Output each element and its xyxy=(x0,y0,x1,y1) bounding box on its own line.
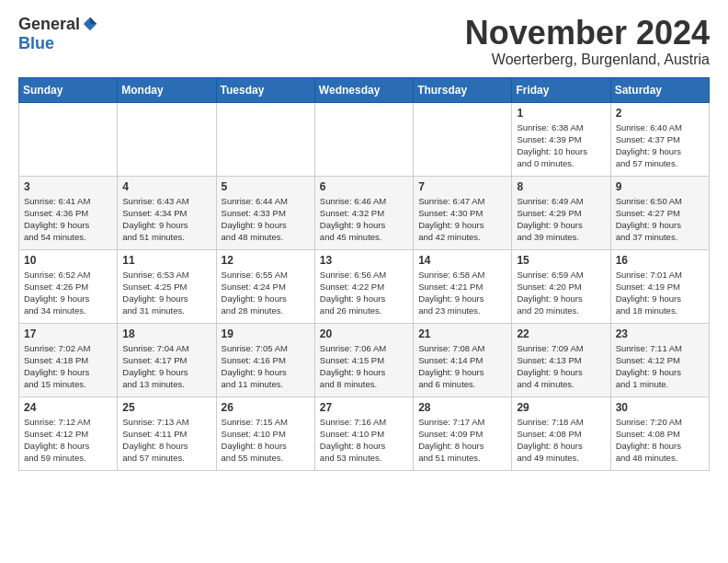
header: General Blue November 2024 Woerterberg, … xyxy=(18,15,710,68)
col-thursday: Thursday xyxy=(414,77,512,102)
day-cell: 22Sunrise: 7:09 AM Sunset: 4:13 PM Dayli… xyxy=(512,323,610,396)
day-info: Sunrise: 7:11 AM Sunset: 4:12 PM Dayligh… xyxy=(616,342,704,391)
day-info: Sunrise: 6:52 AM Sunset: 4:26 PM Dayligh… xyxy=(24,269,112,317)
day-cell: 9Sunrise: 6:50 AM Sunset: 4:27 PM Daylig… xyxy=(610,176,709,249)
week-row-3: 10Sunrise: 6:52 AM Sunset: 4:26 PM Dayli… xyxy=(19,249,710,323)
day-info: Sunrise: 6:46 AM Sunset: 4:32 PM Dayligh… xyxy=(320,195,408,244)
day-cell: 19Sunrise: 7:05 AM Sunset: 4:16 PM Dayli… xyxy=(216,323,314,396)
day-info: Sunrise: 6:43 AM Sunset: 4:34 PM Dayligh… xyxy=(122,195,210,244)
day-number: 26 xyxy=(222,401,310,414)
header-row: Sunday Monday Tuesday Wednesday Thursday… xyxy=(19,77,710,102)
day-info: Sunrise: 6:47 AM Sunset: 4:30 PM Dayligh… xyxy=(418,195,506,244)
day-info: Sunrise: 6:55 AM Sunset: 4:24 PM Dayligh… xyxy=(222,269,310,317)
col-friday: Friday xyxy=(512,77,610,102)
week-row-5: 24Sunrise: 7:12 AM Sunset: 4:12 PM Dayli… xyxy=(19,396,710,470)
day-cell: 23Sunrise: 7:11 AM Sunset: 4:12 PM Dayli… xyxy=(610,323,709,396)
day-number: 10 xyxy=(24,254,112,267)
col-monday: Monday xyxy=(118,77,216,102)
day-cell xyxy=(414,102,512,176)
day-number: 13 xyxy=(320,254,408,267)
day-number: 21 xyxy=(418,327,506,340)
day-cell: 14Sunrise: 6:58 AM Sunset: 4:21 PM Dayli… xyxy=(414,249,512,323)
day-cell xyxy=(118,102,216,176)
col-saturday: Saturday xyxy=(610,77,709,102)
day-number: 19 xyxy=(222,327,310,340)
day-cell: 5Sunrise: 6:44 AM Sunset: 4:33 PM Daylig… xyxy=(216,176,314,249)
day-info: Sunrise: 6:59 AM Sunset: 4:20 PM Dayligh… xyxy=(517,269,605,317)
title-section: November 2024 Woerterberg, Burgenland, A… xyxy=(465,15,710,68)
logo-general-text: General xyxy=(18,15,80,34)
day-number: 27 xyxy=(320,401,408,414)
day-info: Sunrise: 7:20 AM Sunset: 4:08 PM Dayligh… xyxy=(616,416,704,465)
day-number: 24 xyxy=(24,401,112,414)
col-wednesday: Wednesday xyxy=(314,77,413,102)
day-cell xyxy=(216,102,314,176)
day-info: Sunrise: 7:01 AM Sunset: 4:19 PM Dayligh… xyxy=(616,269,704,317)
day-number: 11 xyxy=(122,254,210,267)
day-cell: 20Sunrise: 7:06 AM Sunset: 4:15 PM Dayli… xyxy=(314,323,413,396)
day-number: 18 xyxy=(122,327,210,340)
day-cell: 28Sunrise: 7:17 AM Sunset: 4:09 PM Dayli… xyxy=(414,396,512,470)
day-number: 30 xyxy=(616,401,704,414)
day-info: Sunrise: 6:49 AM Sunset: 4:29 PM Dayligh… xyxy=(517,195,605,244)
logo-icon xyxy=(82,16,98,32)
day-cell: 25Sunrise: 7:13 AM Sunset: 4:11 PM Dayli… xyxy=(118,396,216,470)
calendar: Sunday Monday Tuesday Wednesday Thursday… xyxy=(18,77,710,471)
day-info: Sunrise: 7:13 AM Sunset: 4:11 PM Dayligh… xyxy=(122,416,210,465)
week-row-2: 3Sunrise: 6:41 AM Sunset: 4:36 PM Daylig… xyxy=(19,176,710,249)
day-info: Sunrise: 7:06 AM Sunset: 4:15 PM Dayligh… xyxy=(320,342,408,391)
day-number: 6 xyxy=(320,180,408,193)
day-info: Sunrise: 6:38 AM Sunset: 4:39 PM Dayligh… xyxy=(517,121,605,170)
day-cell: 7Sunrise: 6:47 AM Sunset: 4:30 PM Daylig… xyxy=(414,176,512,249)
day-number: 2 xyxy=(616,107,704,120)
day-number: 5 xyxy=(222,180,310,193)
day-info: Sunrise: 7:04 AM Sunset: 4:17 PM Dayligh… xyxy=(122,342,210,391)
day-cell xyxy=(19,102,118,176)
day-info: Sunrise: 7:17 AM Sunset: 4:09 PM Dayligh… xyxy=(418,416,506,465)
day-cell: 27Sunrise: 7:16 AM Sunset: 4:10 PM Dayli… xyxy=(314,396,413,470)
week-row-4: 17Sunrise: 7:02 AM Sunset: 4:18 PM Dayli… xyxy=(19,323,710,396)
day-info: Sunrise: 7:15 AM Sunset: 4:10 PM Dayligh… xyxy=(222,416,310,465)
day-number: 29 xyxy=(517,401,605,414)
month-title: November 2024 xyxy=(465,15,710,52)
day-cell: 24Sunrise: 7:12 AM Sunset: 4:12 PM Dayli… xyxy=(19,396,118,470)
day-number: 3 xyxy=(24,180,112,193)
location-title: Woerterberg, Burgenland, Austria xyxy=(465,52,710,68)
day-number: 8 xyxy=(517,180,605,193)
day-info: Sunrise: 6:41 AM Sunset: 4:36 PM Dayligh… xyxy=(24,195,112,244)
day-cell: 17Sunrise: 7:02 AM Sunset: 4:18 PM Dayli… xyxy=(19,323,118,396)
svg-marker-1 xyxy=(90,17,97,24)
day-cell: 2Sunrise: 6:40 AM Sunset: 4:37 PM Daylig… xyxy=(610,102,709,176)
day-cell: 29Sunrise: 7:18 AM Sunset: 4:08 PM Dayli… xyxy=(512,396,610,470)
day-cell: 12Sunrise: 6:55 AM Sunset: 4:24 PM Dayli… xyxy=(216,249,314,323)
col-tuesday: Tuesday xyxy=(216,77,314,102)
day-cell: 13Sunrise: 6:56 AM Sunset: 4:22 PM Dayli… xyxy=(314,249,413,323)
day-cell xyxy=(314,102,413,176)
day-number: 4 xyxy=(122,180,210,193)
day-number: 20 xyxy=(320,327,408,340)
day-cell: 1Sunrise: 6:38 AM Sunset: 4:39 PM Daylig… xyxy=(512,102,610,176)
day-number: 16 xyxy=(616,254,704,267)
day-number: 22 xyxy=(517,327,605,340)
day-info: Sunrise: 6:44 AM Sunset: 4:33 PM Dayligh… xyxy=(222,195,310,244)
day-info: Sunrise: 6:58 AM Sunset: 4:21 PM Dayligh… xyxy=(418,269,506,317)
day-number: 12 xyxy=(222,254,310,267)
day-cell: 6Sunrise: 6:46 AM Sunset: 4:32 PM Daylig… xyxy=(314,176,413,249)
day-cell: 11Sunrise: 6:53 AM Sunset: 4:25 PM Dayli… xyxy=(118,249,216,323)
day-cell: 8Sunrise: 6:49 AM Sunset: 4:29 PM Daylig… xyxy=(512,176,610,249)
day-number: 7 xyxy=(418,180,506,193)
day-cell: 30Sunrise: 7:20 AM Sunset: 4:08 PM Dayli… xyxy=(610,396,709,470)
day-info: Sunrise: 7:08 AM Sunset: 4:14 PM Dayligh… xyxy=(418,342,506,391)
day-info: Sunrise: 7:05 AM Sunset: 4:16 PM Dayligh… xyxy=(222,342,310,391)
day-cell: 16Sunrise: 7:01 AM Sunset: 4:19 PM Dayli… xyxy=(610,249,709,323)
day-info: Sunrise: 6:56 AM Sunset: 4:22 PM Dayligh… xyxy=(320,269,408,317)
day-info: Sunrise: 6:53 AM Sunset: 4:25 PM Dayligh… xyxy=(122,269,210,317)
day-info: Sunrise: 7:18 AM Sunset: 4:08 PM Dayligh… xyxy=(517,416,605,465)
day-cell: 4Sunrise: 6:43 AM Sunset: 4:34 PM Daylig… xyxy=(118,176,216,249)
day-cell: 21Sunrise: 7:08 AM Sunset: 4:14 PM Dayli… xyxy=(414,323,512,396)
day-info: Sunrise: 7:02 AM Sunset: 4:18 PM Dayligh… xyxy=(24,342,112,391)
day-info: Sunrise: 7:12 AM Sunset: 4:12 PM Dayligh… xyxy=(24,416,112,465)
logo-blue-text: Blue xyxy=(18,34,54,52)
day-number: 1 xyxy=(517,107,605,120)
day-info: Sunrise: 6:50 AM Sunset: 4:27 PM Dayligh… xyxy=(616,195,704,244)
